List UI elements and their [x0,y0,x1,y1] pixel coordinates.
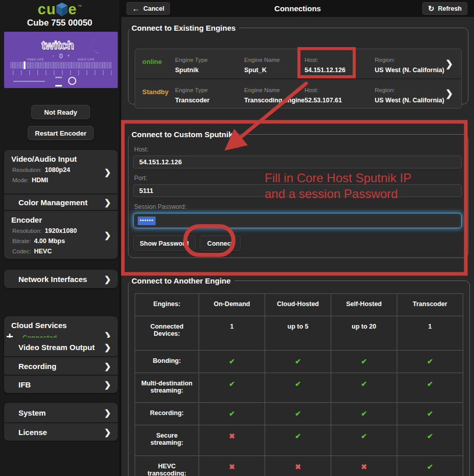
trademark-symbol: ™ [77,4,81,9]
column-header: Self-Hosted [331,294,397,316]
port-input[interactable]: 5111 [133,184,462,197]
show-password-button[interactable]: Show Password [133,235,196,251]
check-icon: ✔ [295,357,301,365]
twitch-wordmark: twitch [41,39,74,52]
row-label: Multi-destination streaming: [135,373,199,403]
main-panel: ← Cancel Connections ↻ Refresh Connect t… [121,0,474,476]
check-icon: ✔ [361,432,367,440]
chevron-right-icon: ❯ [104,380,111,390]
cross-icon: ✖ [295,463,301,471]
refresh-button[interactable]: ↻ Refresh [422,2,467,15]
cross-icon: ✖ [229,463,235,471]
chevron-right-icon: ❯ [104,230,111,240]
engine-field-host: Host: 54.151.12.126 [305,57,346,74]
item-title: Network Interfaces [11,275,87,284]
delay-value: 0 [59,53,63,60]
sidebar-item-video-stream-output[interactable]: Video Stream Output ❯ [4,338,118,356]
engine-row-transcoder[interactable]: Standby Engine Type Transcoder Engine Na… [135,78,461,107]
refresh-label: Refresh [438,5,462,12]
app-screen: cu e ™ Cube 755 00050 [0,0,474,476]
table-row: Multi-destination streaming: ✔ ✔ ✔ ✔ [135,373,463,403]
sidebar-item-video-audio-input[interactable]: Video/Audio Input Resolution:1080p24 Mod… [4,150,118,193]
cross-icon: ✖ [229,432,235,440]
check-icon: ✔ [427,357,433,365]
column-header: Transcoder [397,294,463,316]
item-detail: Resolution:1080p24 [4,166,118,174]
delay-ruler-coarse [11,70,112,75]
cube-logo: cu e ™ [0,2,119,16]
engine-field: Region: US West (N. California) [375,87,444,104]
sidebar-item-ifb[interactable]: IFB ❯ [4,375,118,393]
column-header: Engines: [135,294,199,316]
not-ready-button[interactable]: Not Ready [31,105,90,119]
connect-button[interactable]: Connect [200,235,241,251]
table-row: Connected Devices: 1 up to 5 up to 20 1 [135,316,463,351]
check-icon: ✔ [295,380,301,388]
page-title: Connections [121,4,474,13]
item-title: Encoder [4,211,118,224]
table-row: Recording: ✔ ✔ ✔ ✔ [135,403,463,425]
custom-sputnik-legend: Connect to Custom Sputnik [130,130,236,139]
engine-comparison-table: Engines: On-Demand Cloud-Hosted Self-Hos… [135,293,463,476]
row-label: Recording: [135,403,199,425]
chevron-right-icon: ❯ [445,88,453,99]
row-label: Bonding: [135,351,199,373]
check-icon: ✔ [229,380,235,388]
item-detail: Resolution:1920x1080 [4,227,118,234]
host-input[interactable]: 54.151.12.126 [133,156,462,168]
check-icon: ✔ [427,380,433,388]
chevron-right-icon: ❯ [104,361,111,371]
restart-encoder-button[interactable]: Restart Encoder [28,126,94,140]
engine-field: Engine Type Sputnik [175,57,208,74]
table-row: Secure streaming: ✖ ✔ ✔ ✔ [135,425,463,456]
engine-field: Region: US West (N. California) [375,57,444,74]
column-header: On-Demand [199,294,265,316]
engine-row-sputnik[interactable]: online Engine Type Sputnik Engine Name S… [135,49,461,78]
column-header: Cloud-Hosted [265,294,331,316]
port-label: Port: [134,175,462,182]
audio-late-label: AUDIO LATE [77,58,94,61]
form-buttons: Show Password Connect [133,235,462,251]
check-icon: ✔ [427,463,433,471]
logo-text-prefix: cu [38,2,56,16]
host-label: Host: [134,146,462,153]
delay-ruler-marker [24,61,26,69]
check-icon: ✔ [229,409,235,418]
sidebar-item-recording[interactable]: Recording ❯ [4,356,118,375]
check-icon: ✔ [229,357,235,365]
sidebar-group-system: System ❯ License ❯ [4,403,118,441]
sidebar-item-network-interfaces[interactable]: Network Interfaces ❯ [4,270,118,288]
session-password-label: Session Password: [134,203,462,210]
item-title: IFB [11,380,31,389]
password-masked-text: •••••• [138,217,156,225]
item-detail: Codec:HEVC [4,248,118,255]
check-icon: ✔ [295,409,301,418]
sidebar-group-av: Video/Audio Input Resolution:1080p24 Mod… [4,150,118,259]
check-icon: ✔ [427,409,433,418]
delay-plus: + [67,53,70,58]
engine-field: Engine Name Transcoding engine [244,87,305,104]
sidebar-item-color-management[interactable]: Color Management ❯ [4,193,118,210]
twitch-banner-graphic: twitch - 0 + VIDEO LATE AUDIO LATE [4,32,118,88]
session-password-input[interactable]: •••••• [133,213,462,228]
sidebar-item-encoder[interactable]: Encoder Resolution:1920x1080 Bitrate:4.0… [4,210,118,259]
sidebar-item-system[interactable]: System ❯ [4,403,118,422]
item-title: License [11,428,47,437]
twitch-banner[interactable]: twitch - 0 + VIDEO LATE AUDIO LATE [4,32,118,88]
chevron-right-icon: ❯ [104,408,111,418]
engine-status-badge: Standby [142,88,168,96]
existing-engines-legend: Connect to Existing Engines [130,24,239,32]
check-icon: ✔ [427,432,433,440]
custom-sputnik-section: Connect to Custom Sputnik Host: 54.151.1… [128,130,468,258]
chevron-right-icon: ❯ [104,198,111,207]
engine-field-host: Host: 52.53.107.61 [305,87,342,104]
item-title: Recording [11,362,56,371]
sidebar-item-license[interactable]: License ❯ [4,422,118,441]
chevron-right-icon: ❯ [104,342,111,352]
chevron-right-icon: ❯ [104,274,111,284]
item-title: Color Management [11,198,88,207]
table-header-row: Engines: On-Demand Cloud-Hosted Self-Hos… [135,294,463,316]
item-detail: Mode:HDMI [4,177,118,184]
table-row: HEVC transcoding: ✖ ✖ ✖ ✔ [135,456,463,476]
chevron-right-icon: ❯ [445,58,453,70]
